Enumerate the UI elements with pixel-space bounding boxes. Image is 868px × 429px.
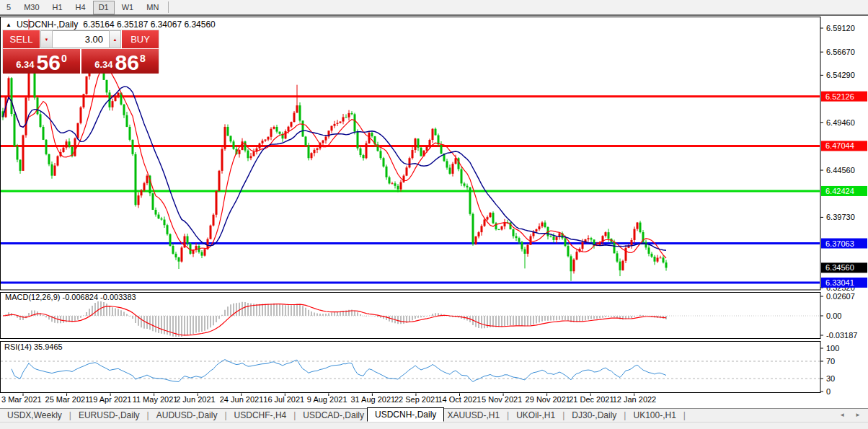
timeframe-toolbar: 5M30H1H4D1W1MN: [0, 0, 868, 16]
svg-text:-0.03187: -0.03187: [826, 331, 857, 340]
svg-text:9 Aug 2021: 9 Aug 2021: [307, 395, 347, 404]
svg-text:2 Jun 2021: 2 Jun 2021: [176, 395, 215, 404]
svg-text:3 Mar 2021: 3 Mar 2021: [1, 395, 42, 404]
rsi-label: RSI(14) 35.9465: [4, 342, 63, 351]
svg-text:22 Sep 2021: 22 Sep 2021: [394, 395, 439, 404]
time-axis: 3 Mar 202125 Mar 202119 Apr 202111 May 2…: [1, 394, 656, 404]
tab-separator: |: [683, 410, 686, 420]
tab-dj30-daily[interactable]: DJ30-,Daily: [569, 409, 619, 422]
tab-uk100-h1[interactable]: UK100-,H1: [630, 409, 678, 422]
timeframe-button-H1[interactable]: H1: [47, 1, 68, 14]
svg-text:0.02607: 0.02607: [826, 292, 855, 301]
price-level-badge: 6.47044: [821, 141, 867, 151]
down-triangle-icon: ▼: [45, 37, 49, 42]
svg-text:31 Aug 2021: 31 Aug 2021: [350, 395, 395, 404]
chart-header: ▲ USDCNH-,Daily 6.35164 6.35187 6.34067 …: [6, 19, 216, 30]
timeframe-button-5[interactable]: 5: [1, 1, 17, 14]
tab-separator: |: [147, 410, 149, 420]
svg-text:6.33041: 6.33041: [825, 278, 854, 287]
svg-text:100: 100: [826, 344, 839, 353]
svg-text:6.44560: 6.44560: [826, 166, 855, 174]
svg-text:70: 70: [826, 357, 835, 366]
price-level-badge: 6.33041: [821, 278, 867, 288]
sell-button[interactable]: SELL: [3, 30, 40, 48]
up-triangle-icon: ▲: [113, 37, 118, 42]
mt4-trading-platform: { "toolbar": { "timeframes": ["5", "M30"…: [0, 0, 868, 429]
svg-text:0.00: 0.00: [826, 311, 841, 320]
tab-eurusd-daily[interactable]: EURUSD-,Daily: [76, 409, 143, 422]
svg-text:14 Oct 2021: 14 Oct 2021: [438, 395, 482, 404]
tab-separator: |: [69, 410, 71, 420]
chart-ohlc-values: 6.35164 6.35187 6.34067 6.34560: [83, 19, 216, 30]
svg-text:16 Jul 2021: 16 Jul 2021: [263, 395, 304, 404]
price-level-badge: 6.34560: [821, 262, 867, 273]
svg-text:0: 0: [826, 387, 831, 396]
trade-controls-row: SELL ▼ ▲ BUY: [3, 30, 159, 48]
buy-price-sup: 8: [140, 53, 146, 64]
tab-scroll-arrows: ◄►: [839, 412, 861, 418]
tab-ukoil-h1[interactable]: UKOil-,H1: [513, 409, 558, 422]
svg-text:6.39730: 6.39730: [826, 213, 855, 221]
tab-audusd-daily[interactable]: AUDUSD-,Daily: [154, 409, 221, 422]
svg-text:6.34560: 6.34560: [825, 263, 854, 272]
timeframe-button-W1[interactable]: W1: [116, 1, 140, 14]
tab-usdchf-h4[interactable]: USDCHF-,H4: [231, 409, 290, 422]
one-click-trading-panel: SELL ▼ ▲ BUY 6.34 56 0 6.34 86 8: [2, 30, 159, 73]
buy-price-display[interactable]: 6.34 86 8: [81, 49, 159, 74]
volume-increase-button[interactable]: ▲: [109, 30, 121, 48]
tab-usdcad-daily[interactable]: USDCAD-,Daily: [300, 409, 367, 422]
sell-price-big: 56: [37, 53, 61, 72]
macd-label: MACD(12,26,9) -0.006824 -0.003383: [5, 293, 136, 301]
toolbar-separator: [168, 1, 169, 13]
tab-usdcnh-daily[interactable]: USDCNH-,Daily: [367, 407, 444, 422]
svg-text:6.49460: 6.49460: [826, 118, 855, 127]
svg-text:6.42424: 6.42424: [825, 187, 854, 195]
tab-scroll-right-icon[interactable]: ►: [855, 412, 861, 418]
tab-separator: |: [293, 410, 296, 420]
svg-text:30: 30: [826, 374, 835, 383]
collapse-arrow-icon[interactable]: ▲: [6, 22, 12, 28]
sell-price-sup: 0: [61, 53, 67, 64]
sell-price-small: 6.34: [16, 58, 34, 72]
svg-text:6.56670: 6.56670: [826, 48, 855, 56]
buy-price-big: 86: [115, 53, 139, 72]
svg-text:6.52126: 6.52126: [825, 92, 854, 101]
volume-input[interactable]: [53, 30, 109, 48]
svg-text:6.37063: 6.37063: [825, 239, 854, 248]
timeframe-button-M30[interactable]: M30: [18, 1, 45, 14]
volume-decrease-button[interactable]: ▼: [40, 30, 53, 48]
tab-separator: |: [562, 410, 564, 420]
tab-xauusd-h1[interactable]: XAUUSD-,H1: [444, 409, 502, 422]
buy-price-small: 6.34: [94, 58, 112, 72]
timeframe-button-MN[interactable]: MN: [141, 1, 164, 14]
chart-tab-bar: USDX,Weekly|EURUSD-,Daily|AUDUSD-,Daily|…: [0, 408, 868, 422]
timeframe-button-D1[interactable]: D1: [93, 1, 115, 14]
tab-separator: |: [224, 410, 226, 420]
svg-text:21 Dec 2021: 21 Dec 2021: [569, 395, 614, 404]
svg-text:6.54290: 6.54290: [826, 71, 855, 79]
svg-text:29 Nov 2021: 29 Nov 2021: [526, 395, 570, 404]
tab-separator: |: [624, 410, 626, 420]
timeframe-button-H4[interactable]: H4: [70, 1, 92, 14]
svg-text:6.47044: 6.47044: [825, 141, 854, 150]
svg-text:6.59120: 6.59120: [826, 24, 855, 32]
svg-text:11 May 2021: 11 May 2021: [133, 395, 178, 404]
status-bar: [0, 422, 868, 429]
svg-text:5 Nov 2021: 5 Nov 2021: [482, 395, 522, 404]
buy-button[interactable]: BUY: [121, 30, 159, 48]
price-level-badge: 6.52126: [821, 92, 867, 102]
svg-text:19 Apr 2021: 19 Apr 2021: [89, 395, 131, 404]
price-level-badge: 6.42424: [821, 186, 867, 196]
tab-usdx-weekly[interactable]: USDX,Weekly: [4, 409, 65, 422]
svg-text:12 Jan 2022: 12 Jan 2022: [613, 395, 657, 404]
tab-separator: |: [507, 410, 509, 420]
chart-title: USDCNH-,Daily: [17, 19, 78, 30]
sell-price-display[interactable]: 6.34 56 0: [3, 49, 81, 74]
trade-prices-row: 6.34 56 0 6.34 86 8: [3, 48, 159, 74]
svg-text:25 Mar 2021: 25 Mar 2021: [45, 395, 90, 404]
svg-text:24 Jun 2021: 24 Jun 2021: [220, 395, 264, 404]
tab-scroll-left-icon[interactable]: ◄: [839, 412, 845, 418]
price-level-badge: 6.37063: [821, 239, 867, 249]
